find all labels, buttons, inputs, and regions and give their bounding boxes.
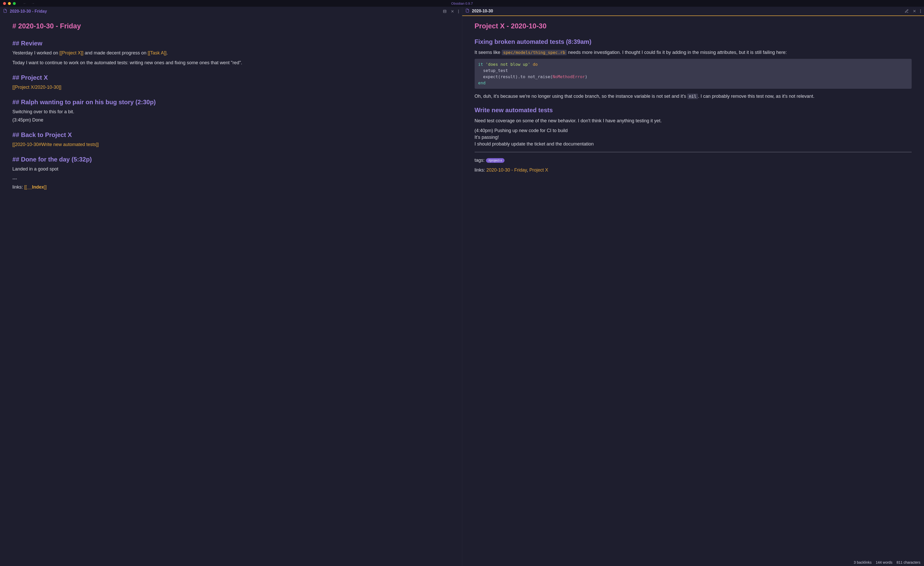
paragraph: Today I want to continue to work on the … [12, 59, 450, 66]
links-line: links: 2020-10-30 - Friday, Project X [475, 167, 912, 173]
text: tags: [475, 158, 486, 163]
tags-line: tags: #project-x [475, 157, 912, 164]
links-line: links: [[__Index]] [12, 184, 450, 190]
titlebar: ← → Obsidian 0.9.7 [0, 0, 924, 7]
paragraph: It seems like spec/models/thing_spec.rb … [475, 49, 912, 56]
window-close-button[interactable] [3, 2, 6, 5]
paragraph: [[Project X/2020-10-30]] [12, 84, 450, 90]
heading-2: ## Review [12, 39, 450, 48]
window-controls [0, 2, 16, 5]
heading-2: ## Back to Project X [12, 131, 450, 140]
wikilink[interactable]: [[Project X]] [59, 50, 83, 56]
code-block: it 'does not blow up' do setup_test expe… [475, 59, 912, 89]
text: . [166, 50, 168, 56]
wikilink[interactable]: [[Project X/2020-10-30]] [12, 84, 62, 90]
text: links: [475, 167, 486, 173]
heading-2: Fixing broken automated tests (8:39am) [475, 38, 912, 47]
paragraph: Yesterday I worked on [[Project X]] and … [12, 50, 450, 56]
window-minimize-button[interactable] [8, 2, 11, 5]
status-words: 144 words [876, 560, 892, 564]
pane-left: 2020-10-30 - Friday # 2020-10-30 - Frida… [0, 7, 462, 566]
horizontal-rule [475, 152, 912, 152]
text: . I can probably remove this test now, a… [698, 94, 814, 99]
hr-source: --- [12, 175, 450, 182]
tab-title-left[interactable]: 2020-10-30 - Friday [10, 9, 440, 14]
file-icon [465, 9, 470, 14]
text: needs more investigation. I thought I co… [567, 50, 787, 55]
app-title: Obsidian 0.9.7 [451, 2, 473, 5]
internal-link[interactable]: Project X [529, 167, 548, 173]
text: links: [12, 184, 24, 190]
edit-toggle-icon[interactable] [904, 9, 909, 13]
status-chars: 811 characters [896, 560, 920, 564]
pane-right: 2020-10-30 Project X - 2020-10-30 Fixing… [462, 7, 924, 566]
paragraph: (4:40pm) Pushing up new code for CI to b… [475, 127, 912, 147]
paragraph: (3:45pm) Done [12, 117, 450, 123]
heading-2: Write new automated tests [475, 106, 912, 115]
text: , [527, 167, 529, 173]
preview-right[interactable]: Project X - 2020-10-30 Fixing broken aut… [462, 16, 924, 566]
text: (4:40pm) Pushing up new code for CI to b… [475, 128, 568, 133]
status-backlinks[interactable]: 3 backlinks [854, 560, 872, 564]
text: I should probably update the ticket and … [475, 142, 594, 146]
inline-code: spec/models/thing_spec.rb [502, 50, 567, 55]
nav-back-icon[interactable]: ← [23, 1, 27, 5]
wikilink[interactable]: [[2020-10-30#Write new automated tests]] [12, 142, 99, 147]
heading-2: ## Done for the day (5:32p) [12, 155, 450, 164]
paragraph: Switching over to this for a bit. [12, 108, 450, 115]
preview-toggle-icon[interactable] [442, 9, 447, 14]
tab-header-right: 2020-10-30 [462, 7, 924, 16]
workspace: 2020-10-30 - Friday # 2020-10-30 - Frida… [0, 7, 924, 566]
heading-1: Project X - 2020-10-30 [475, 21, 912, 31]
svg-rect-0 [443, 10, 446, 13]
text: Oh, duh, it's because we're no longer us… [475, 94, 688, 99]
nav-forward-icon[interactable]: → [31, 1, 35, 5]
text: and made decent progress on [84, 50, 148, 56]
text: It's passing! [475, 135, 499, 140]
internal-link[interactable]: 2020-10-30 - Friday [486, 167, 527, 173]
wikilink[interactable]: [[Task A]] [148, 50, 166, 56]
close-tab-icon[interactable] [450, 9, 454, 14]
tab-title-right[interactable]: 2020-10-30 [472, 9, 902, 14]
more-options-icon[interactable] [458, 10, 459, 13]
more-options-icon[interactable] [920, 9, 921, 13]
window-maximize-button[interactable] [13, 2, 16, 5]
heading-2: ## Project X [12, 73, 450, 82]
wikilink[interactable]: [[__Index]] [24, 184, 46, 190]
text: Yesterday I worked on [12, 50, 59, 56]
tab-header-left: 2020-10-30 - Friday [0, 7, 462, 16]
footer-meta: tags: #project-x links: 2020-10-30 - Fri… [475, 157, 912, 173]
inline-code: nil [687, 94, 698, 99]
paragraph: Need test coverage on some of the new be… [475, 117, 912, 124]
heading-1: # 2020-10-30 - Friday [12, 21, 450, 31]
status-bar: 3 backlinks 144 words 811 characters [850, 559, 924, 566]
paragraph: [[2020-10-30#Write new automated tests]] [12, 141, 450, 148]
editor-left[interactable]: # 2020-10-30 - Friday ## Review Yesterda… [0, 16, 462, 566]
close-tab-icon[interactable] [912, 9, 916, 13]
text: It seems like [475, 50, 502, 55]
paragraph: Landed in a good spot [12, 166, 450, 172]
heading-2: ## Ralph wanting to pair on his bug stor… [12, 98, 450, 107]
paragraph: Oh, duh, it's because we're no longer us… [475, 93, 912, 99]
file-icon [3, 9, 7, 14]
tag-pill[interactable]: #project-x [486, 158, 505, 163]
